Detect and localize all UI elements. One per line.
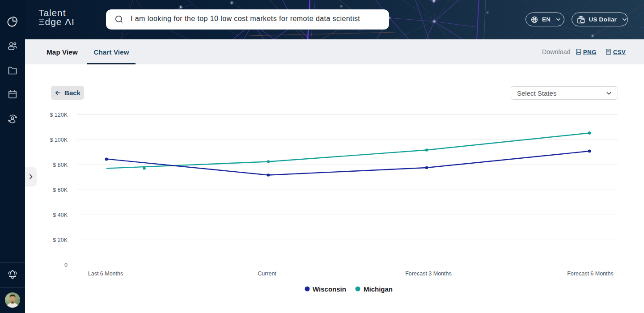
svg-text:Wisconsin: Wisconsin — [313, 285, 346, 293]
svg-text:Forecast 6 Months: Forecast 6 Months — [567, 271, 614, 277]
svg-text:$ 40K: $ 40K — [53, 212, 68, 218]
svg-text:Michigan: Michigan — [364, 285, 393, 293]
svg-text:$ 20K: $ 20K — [53, 237, 68, 243]
svg-text:Last 6 Months: Last 6 Months — [88, 271, 123, 277]
svg-text:$ 60K: $ 60K — [53, 187, 68, 193]
svg-text:$ 80K: $ 80K — [53, 162, 68, 168]
svg-text:0: 0 — [64, 262, 68, 268]
svg-text:Current: Current — [258, 271, 276, 277]
svg-text:Forecast 3 Months: Forecast 3 Months — [405, 271, 452, 277]
svg-text:$ 120K: $ 120K — [50, 112, 68, 118]
svg-text:$ 100K: $ 100K — [50, 137, 68, 143]
